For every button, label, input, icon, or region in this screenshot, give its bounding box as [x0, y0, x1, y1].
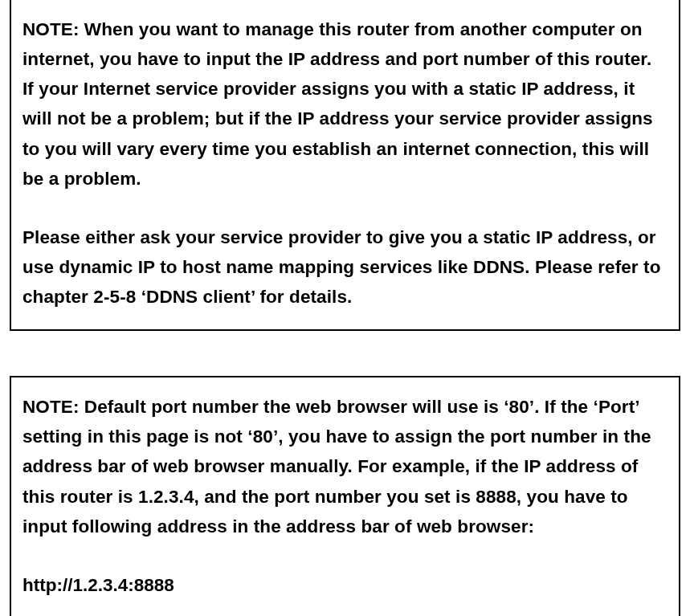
note-paragraph: NOTE: Default port number the web browse…	[22, 392, 668, 541]
note-paragraph: NOTE: When you want to manage this route…	[22, 14, 668, 194]
example-url-text: http://1.2.3.4:8888	[22, 570, 668, 600]
note-box-port-number: NOTE: Default port number the web browse…	[10, 376, 680, 616]
note-box-remote-management: NOTE: When you want to manage this route…	[10, 0, 680, 331]
note-paragraph: Please either ask your service provider …	[22, 222, 668, 312]
